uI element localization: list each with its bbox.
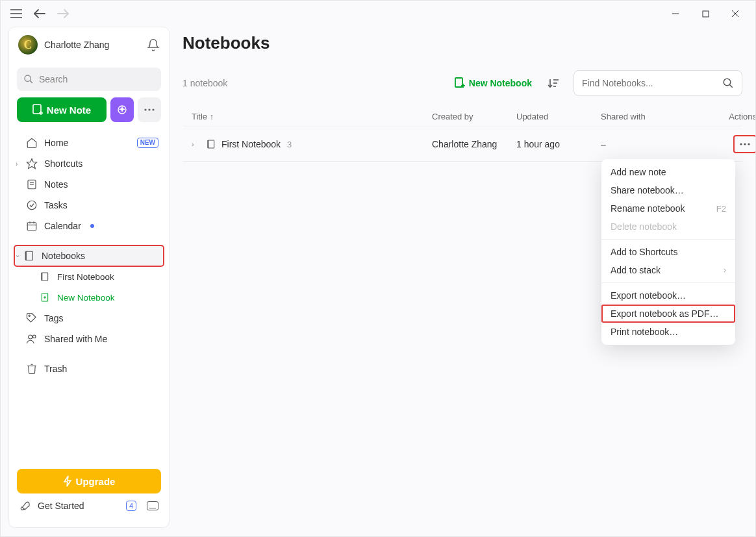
menu-rename-notebook[interactable]: Rename notebook F2 [601,199,735,218]
svg-rect-11 [33,105,41,114]
arrow-left-icon [33,8,46,19]
close-icon [731,10,739,18]
notebook-plus-icon [455,77,465,89]
col-created-by[interactable]: Created by [432,112,516,121]
sidebar-item-trash[interactable]: Trash [14,358,164,379]
menu-print-notebook[interactable]: Print notebook… [601,323,735,341]
menu-add-to-stack[interactable]: Add to stack › [601,261,735,279]
row-updated: 1 hour ago [516,139,601,149]
sidebar-item-calendar[interactable]: Calendar [14,216,164,236]
star-icon [26,158,38,169]
row-shared-with: – [601,139,718,149]
search-icon [722,77,734,89]
page-title: Notebooks [183,33,742,53]
close-button[interactable] [720,3,750,24]
sidebar-item-tasks[interactable]: Tasks [14,195,164,216]
button-row: New Note [9,97,169,129]
menu-separator [601,239,735,240]
menu-export-notebook[interactable]: Export notebook… [601,286,735,305]
sidebar-item-notebooks[interactable]: › Notebooks [14,245,164,266]
row-actions-button[interactable] [733,135,756,153]
ai-button[interactable] [110,97,134,122]
minimize-icon [672,10,679,18]
nav-list-trash: Trash [9,355,169,379]
col-actions: Actions [718,112,756,121]
search-icon [23,74,34,84]
rocket-icon [19,500,31,512]
sidebar-item-first-notebook[interactable]: First Notebook [14,266,164,287]
hamburger-button[interactable] [6,3,27,24]
trash-icon [26,363,38,375]
avatar: C [18,35,38,55]
notebooks-table: Title ↑ Created by Updated Shared with A… [183,106,742,162]
context-menu: Add new note Share notebook… Rename note… [601,159,735,345]
notebook-icon [23,250,35,262]
notebook-icon [39,271,51,282]
minimize-button[interactable] [661,3,690,24]
calendar-icon [26,220,38,232]
new-notebook-button[interactable]: New Notebook [455,77,532,89]
get-started-count: 4 [126,501,136,511]
keyboard-icon[interactable] [147,501,158,510]
row-title-cell: › First Notebook 3 [192,138,432,150]
search-box[interactable]: Search [17,68,161,91]
svg-marker-37 [64,476,71,486]
bell-icon[interactable] [147,38,160,51]
get-started-label: Get Started [38,501,84,511]
menu-add-new-note[interactable]: Add new note [601,163,735,181]
sidebar-item-notes[interactable]: Notes [14,174,164,195]
col-shared-with[interactable]: Shared with [601,112,718,121]
get-started-row[interactable]: Get Started 4 [17,493,161,512]
new-badge: NEW [137,138,158,148]
find-notebooks-search[interactable] [573,70,742,96]
more-button[interactable] [138,97,161,122]
sidebar-item-label: Tasks [44,200,68,210]
sidebar-footer: Upgrade Get Started 4 [9,469,169,519]
sidebar-item-shortcuts[interactable]: › Shortcuts [14,153,164,174]
chevron-right-icon[interactable]: › [192,140,201,148]
arrow-right-icon [57,8,69,19]
col-title[interactable]: Title ↑ [192,112,432,121]
sidebar-item-label: Notes [44,179,68,190]
sidebar-item-tags[interactable]: Tags [14,308,164,329]
svg-rect-6 [703,11,709,17]
nav-list: Home NEW › Shortcuts Notes Tasks Calenda… [9,129,169,236]
search-input[interactable] [582,78,722,88]
svg-point-36 [33,335,36,338]
sidebar-item-home[interactable]: Home NEW [14,132,164,153]
menu-add-to-shortcuts[interactable]: Add to Shortcuts [601,243,735,261]
forward-button[interactable] [53,3,73,24]
sidebar-item-label: Calendar [44,221,81,231]
sidebar-item-new-notebook[interactable]: New Notebook [14,287,164,308]
upgrade-button[interactable]: Upgrade [17,469,161,493]
notebook-plus-icon [39,292,51,303]
profile-name: Charlotte Zhang [44,40,109,50]
table-row[interactable]: › First Notebook 3 Charlotte Zhang 1 hou… [183,127,742,162]
check-circle-icon [26,199,38,211]
back-button[interactable] [29,3,50,24]
search-placeholder: Search [39,74,68,84]
dots-icon [144,108,155,111]
menu-share-notebook[interactable]: Share notebook… [601,181,735,199]
profile-section[interactable]: C Charlotte Zhang [9,35,169,62]
upgrade-label: Upgrade [76,476,116,487]
main-content: Notebooks 1 notebook New Notebook Title … [183,33,742,162]
new-note-button[interactable]: New Note [17,97,107,122]
nav-controls [6,3,73,24]
sidebar-item-label: Home [44,138,68,148]
col-updated[interactable]: Updated [516,112,601,121]
sort-button[interactable] [542,73,563,94]
tag-icon [26,312,38,324]
menu-shortcut: F2 [716,204,726,214]
maximize-button[interactable] [690,3,720,24]
sidebar-item-label: First Notebook [57,272,114,282]
svg-rect-29 [42,273,47,281]
menu-label: Rename notebook [611,203,685,214]
menu-export-pdf[interactable]: Export notebook as PDF… [601,305,735,323]
note-count: 3 [287,140,292,149]
sidebar-item-shared[interactable]: Shared with Me [14,329,164,349]
note-plus-icon [32,104,43,116]
svg-point-35 [29,335,32,339]
svg-point-17 [152,108,154,110]
sparkle-icon [116,104,128,116]
